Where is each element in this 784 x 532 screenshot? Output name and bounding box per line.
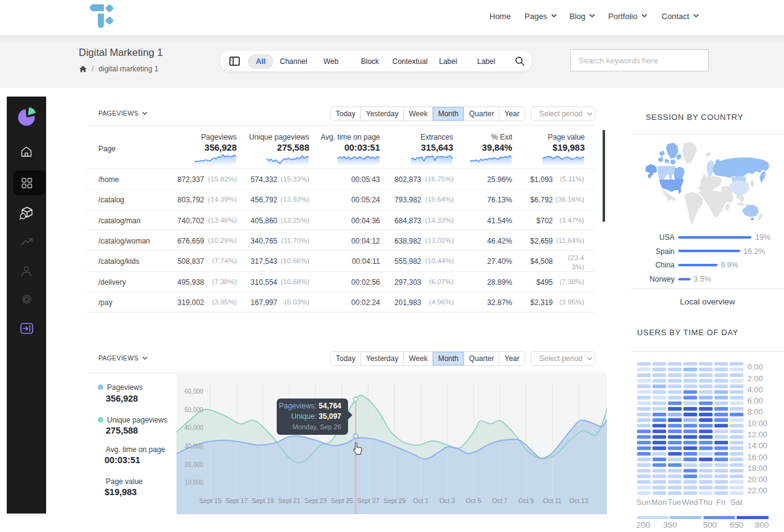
svg-text:Sept 25: Sept 25 [331,497,353,504]
svg-text:Oct 7: Oct 7 [492,497,507,504]
svg-text:Oct 1: Oct 1 [413,497,429,504]
svg-text:Oct 3: Oct 3 [440,497,455,504]
svg-text:40,000: 40,000 [184,424,204,431]
svg-text:Sept 21: Sept 21 [278,497,300,504]
svg-text:Sept 17: Sept 17 [226,497,248,504]
svg-text:Sept 19: Sept 19 [251,497,274,504]
svg-text:Sept 23: Sept 23 [304,497,327,504]
svg-text:10,000: 10,000 [184,479,204,486]
svg-text:Oct 5: Oct 5 [465,497,481,504]
svg-text:Sept 27: Sept 27 [357,497,379,504]
svg-text:Sept 29: Sept 29 [383,497,405,504]
svg-text:60,000: 60,000 [184,388,204,395]
svg-text:Oct 11: Oct 11 [543,497,561,504]
svg-text:20,000: 20,000 [184,461,204,468]
svg-text:30,000: 30,000 [184,443,204,450]
svg-text:Oct 9: Oct 9 [518,497,534,504]
svg-text:50,000: 50,000 [184,407,204,413]
svg-text:Oct 13: Oct 13 [569,497,588,504]
svg-text:Sept 15: Sept 15 [199,497,221,504]
